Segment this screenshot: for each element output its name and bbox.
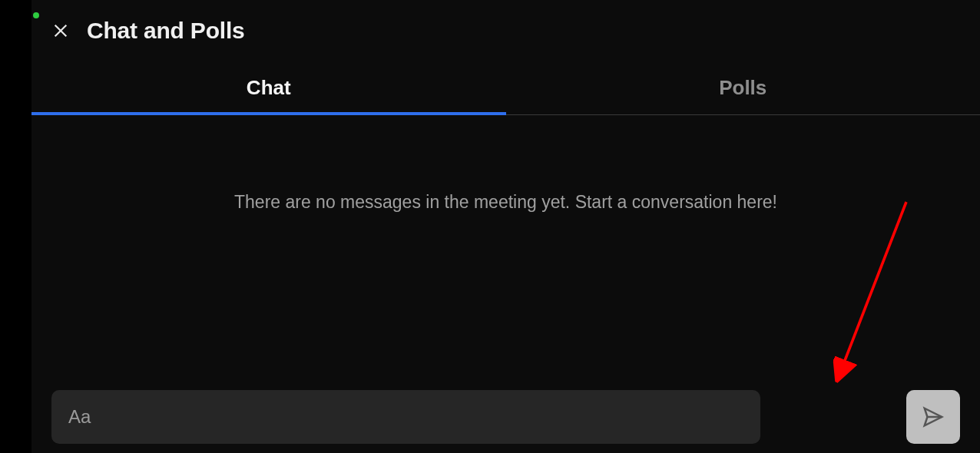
send-icon <box>922 405 945 428</box>
close-button[interactable] <box>45 15 76 46</box>
tab-chat[interactable]: Chat <box>31 61 506 114</box>
tab-bar: Chat Polls <box>31 61 980 115</box>
tab-polls-label: Polls <box>719 76 766 100</box>
empty-state-message: There are no messages in the meeting yet… <box>234 192 777 213</box>
close-icon <box>52 22 69 39</box>
message-input-row <box>31 390 980 453</box>
message-input[interactable] <box>51 390 760 444</box>
tab-chat-label: Chat <box>247 76 291 100</box>
panel-title: Chat and Polls <box>87 18 245 44</box>
chat-content-area: There are no messages in the meeting yet… <box>31 115 980 390</box>
tab-polls[interactable]: Polls <box>506 61 981 114</box>
panel-header: Chat and Polls <box>31 0 980 61</box>
send-button[interactable] <box>906 390 960 444</box>
chat-polls-panel: Chat and Polls Chat Polls There are no m… <box>31 0 980 453</box>
status-indicator-dot <box>33 12 39 18</box>
